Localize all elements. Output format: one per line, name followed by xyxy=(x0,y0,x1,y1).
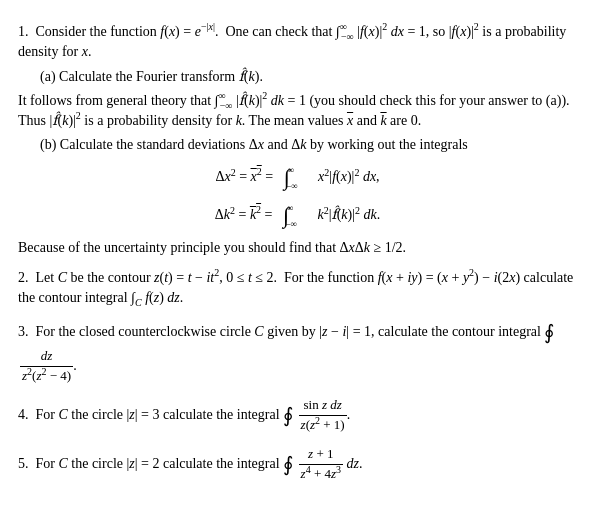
problem-1-intro: 1. Consider the function f(x) = e−|x|. O… xyxy=(18,22,577,63)
equation-deltax: Δx2 = x2 = ∫∞−∞ x2|f(x)|2 dx, xyxy=(18,162,577,194)
main-content: 1. Consider the function f(x) = e−|x|. O… xyxy=(18,22,577,484)
problem-3-text: 3. For the closed counterclockwise circl… xyxy=(18,318,577,386)
problem-1-uncertainty: Because of the uncertainty principle you… xyxy=(18,238,577,258)
problem-1b-label: (b) Calculate the standard deviations Δx… xyxy=(18,135,577,155)
problem-5-text: 5. For C the circle |z| = 2 calculate th… xyxy=(18,445,577,484)
equation-deltak: Δk2 = k2 = ∫∞−∞ k2|f̂(k)|2 dk. xyxy=(18,200,577,232)
problem-1a-body: It follows from general theory that ∫∞−∞… xyxy=(18,91,577,132)
problem-1a-label: (a) Calculate the Fourier transform f̂(k… xyxy=(18,67,577,87)
problem-4-text: 4. For C the circle |z| = 3 calculate th… xyxy=(18,396,577,435)
problem-4: 4. For C the circle |z| = 3 calculate th… xyxy=(18,396,577,435)
problem-3: 3. For the closed counterclockwise circl… xyxy=(18,318,577,386)
problem-2-text: 2. Let C be the contour z(t) = t − it2, … xyxy=(18,268,577,309)
problem-2: 2. Let C be the contour z(t) = t − it2, … xyxy=(18,268,577,309)
problem-5: 5. For C the circle |z| = 2 calculate th… xyxy=(18,445,577,484)
problem-1: 1. Consider the function f(x) = e−|x|. O… xyxy=(18,22,577,258)
